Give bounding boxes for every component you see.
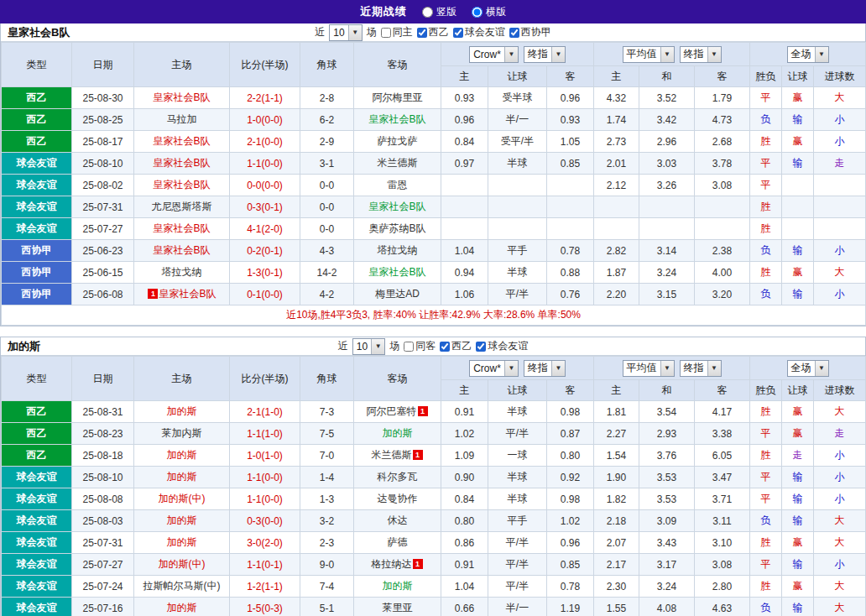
away-team-cell: 奥萨苏纳B队 [354, 218, 441, 240]
horizontal-radio-input[interactable] [472, 7, 483, 18]
euro-stage-select[interactable]: 终指▼ [680, 360, 722, 377]
euro-odds-away: 2.80 [695, 576, 750, 598]
match-row: 球会友谊25-07-31尤尼恩斯塔斯0-3(0-1)0-0皇家社会B队胜 [2, 196, 866, 218]
layout-vertical-option[interactable]: 竖版 [422, 5, 456, 19]
filter-checkbox[interactable]: 球会友谊 [476, 339, 528, 353]
vertical-radio-input[interactable] [422, 7, 433, 18]
chevron-down-icon: ▼ [371, 339, 384, 354]
corner-score: 1-3 [300, 488, 354, 510]
euro-odds-away: 1.79 [695, 87, 750, 109]
euro-odds-home: 2.18 [594, 510, 639, 532]
sub-header-asian-home: 主 [441, 380, 488, 401]
filter-checkbox-input[interactable] [440, 342, 450, 352]
asian-odds-away: 0.96 [547, 532, 594, 554]
euro-odds-away: 4.63 [695, 598, 750, 616]
final-score: 1-0(0-0) [230, 109, 300, 131]
away-team-name: 莱里亚 [383, 602, 413, 613]
goals-result: 走 [814, 153, 866, 175]
filter-checkbox[interactable]: 西乙 [417, 25, 449, 39]
filter-checkbox[interactable]: 西乙 [440, 339, 472, 353]
match-row: 西乙25-08-25马拉加1-0(0-0)6-2皇家社会B队0.96半/一0.9… [2, 109, 866, 131]
euro-odds-draw: 3.43 [639, 532, 695, 554]
asian-odds-away [547, 175, 594, 196]
scope-header: 全场▼ [750, 43, 866, 66]
away-team-cell: 雷恩 [354, 175, 441, 196]
vertical-radio-label: 竖版 [436, 5, 456, 19]
odds-stage-select[interactable]: 终指▼ [524, 46, 566, 63]
euro-odds-away: 6.05 [695, 445, 750, 467]
league-badge: 西协甲 [2, 240, 72, 262]
filter-checkbox[interactable]: 同主 [381, 25, 413, 39]
final-score: 1-2(1-1) [230, 576, 300, 598]
filter-checkbox-input[interactable] [381, 28, 391, 38]
handicap-result: 赢 [782, 423, 814, 445]
euro-odds-home: 1.54 [594, 445, 639, 467]
filter-checkbox[interactable]: 球会友谊 [453, 25, 505, 39]
asian-odds-line: 平/半 [488, 532, 547, 554]
sub-header-euro-draw: 和 [639, 66, 695, 87]
match-scope-select[interactable]: 全场▼ [787, 46, 829, 63]
odds-stage-select[interactable]: 终指▼ [524, 360, 566, 377]
chevron-down-icon: ▼ [504, 361, 518, 376]
euro-odds-draw: 3.03 [639, 153, 695, 175]
outcome-result: 胜 [750, 218, 782, 240]
final-score: 1-1(0-0) [230, 153, 300, 175]
goals-result [814, 196, 866, 218]
outcome-result: 负 [750, 240, 782, 262]
filter-checkbox[interactable]: 西协甲 [509, 25, 551, 39]
asian-odds-home: 1.09 [441, 445, 488, 467]
asian-odds-home: 0.94 [441, 262, 488, 284]
asian-odds-line: 受半球 [488, 87, 547, 109]
layout-horizontal-option[interactable]: 横版 [472, 5, 506, 19]
recent-count-select[interactable]: 10▼ [352, 338, 385, 355]
final-score: 1-1(1-0) [230, 423, 300, 445]
euro-odds-draw: 3.14 [639, 240, 695, 262]
page-title: 近期战绩 [360, 4, 407, 19]
outcome-result: 平 [750, 87, 782, 109]
match-row: 球会友谊25-08-08加的斯(中)1-1(0-0)1-3达曼协作0.84半球0… [2, 488, 866, 510]
filter-checkbox-label: 同主 [393, 25, 413, 39]
goals-result: 小 [814, 240, 866, 262]
odds-company-select[interactable]: Crow*▼ [469, 360, 519, 377]
outcome-result: 胜 [750, 401, 782, 423]
match-scope-select[interactable]: 全场▼ [787, 360, 829, 377]
filter-checkbox[interactable]: 同客 [404, 339, 436, 353]
away-team-cell: 莱里亚 [354, 598, 441, 616]
euro-average-select[interactable]: 平均值▼ [623, 46, 675, 63]
away-team-name: 阿尔梅里亚 [373, 91, 423, 103]
euro-odds-draw: 3.26 [639, 175, 695, 196]
filter-checkbox-input[interactable] [509, 28, 519, 38]
recent-count-select[interactable]: 10▼ [329, 24, 362, 41]
euro-odds-away: 2.38 [695, 240, 750, 262]
red-card-badge: 1 [413, 450, 423, 460]
col-header-home: 主场 [134, 43, 230, 87]
match-date: 25-08-08 [72, 488, 134, 510]
match-scope-select-value: 全场 [788, 361, 815, 376]
home-team-name: 皇家社会B队 [153, 157, 210, 169]
euro-odds-away: 3.71 [695, 488, 750, 510]
filter-checkbox-label: 球会友谊 [488, 339, 528, 353]
euro-odds-draw: 3.09 [639, 510, 695, 532]
col-header-away: 客场 [354, 43, 441, 87]
corner-score: 7-5 [300, 423, 354, 445]
asian-odds-line: 平/半 [488, 576, 547, 598]
euro-average-select[interactable]: 平均值▼ [623, 360, 675, 377]
league-badge: 西乙 [2, 401, 72, 423]
filter-checkbox-input[interactable] [476, 342, 486, 352]
odds-company-select[interactable]: Crow*▼ [469, 46, 519, 63]
filter-checkbox-input[interactable] [404, 342, 414, 352]
euro-average-select-value: 平均值 [623, 361, 660, 376]
filter-checkbox-input[interactable] [417, 28, 427, 38]
filter-band: 加的斯近10▼场同客西乙球会友谊 [1, 337, 865, 356]
euro-stage-select[interactable]: 终指▼ [680, 46, 722, 63]
asian-odds-home [441, 218, 488, 240]
euro-odds-away: 3.78 [695, 153, 750, 175]
final-score: 0-1(0-0) [230, 284, 300, 305]
filter-checkbox-input[interactable] [453, 28, 463, 38]
asian-odds-away: 1.02 [547, 510, 594, 532]
corner-score: 4-3 [300, 240, 354, 262]
corner-score: 5-1 [300, 598, 354, 616]
home-team-cell: 加的斯 [134, 598, 230, 616]
euro-odds-draw: 3.53 [639, 488, 695, 510]
col-header-score: 比分(半场) [230, 43, 300, 87]
